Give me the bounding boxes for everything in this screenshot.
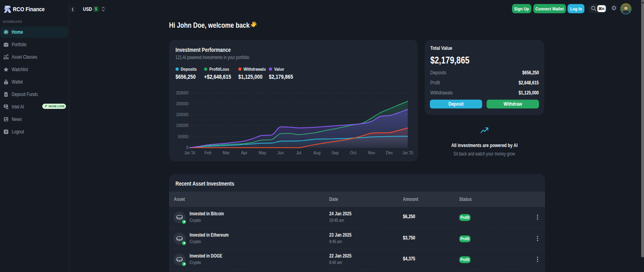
svg-text:Feb: Feb (204, 151, 212, 155)
svg-text:0: 0 (186, 145, 188, 150)
svg-text:Mar: Mar (223, 151, 230, 155)
svg-text:Dec: Dec (386, 151, 393, 155)
svg-text:Sep: Sep (332, 151, 339, 155)
svg-text:1000000: 1000000 (176, 123, 189, 128)
svg-text:$: $ (5, 93, 7, 96)
svg-text:2500000: 2500000 (176, 91, 189, 95)
svg-text:500000: 500000 (178, 135, 188, 139)
svg-text:Nov: Nov (368, 151, 375, 155)
svg-text:Aug: Aug (314, 151, 321, 155)
svg-text:1500000: 1500000 (176, 112, 189, 117)
svg-text:May: May (259, 151, 266, 155)
svg-text:Oct: Oct (350, 151, 357, 155)
svg-text:Jul: Jul (296, 151, 301, 155)
svg-text:2000000: 2000000 (176, 102, 189, 106)
svg-text:Jun: Jun (277, 151, 284, 155)
svg-text:Jan '24: Jan '24 (184, 151, 195, 155)
svg-text:Apr: Apr (241, 151, 248, 155)
svg-text:Jan '25: Jan '25 (402, 151, 413, 155)
